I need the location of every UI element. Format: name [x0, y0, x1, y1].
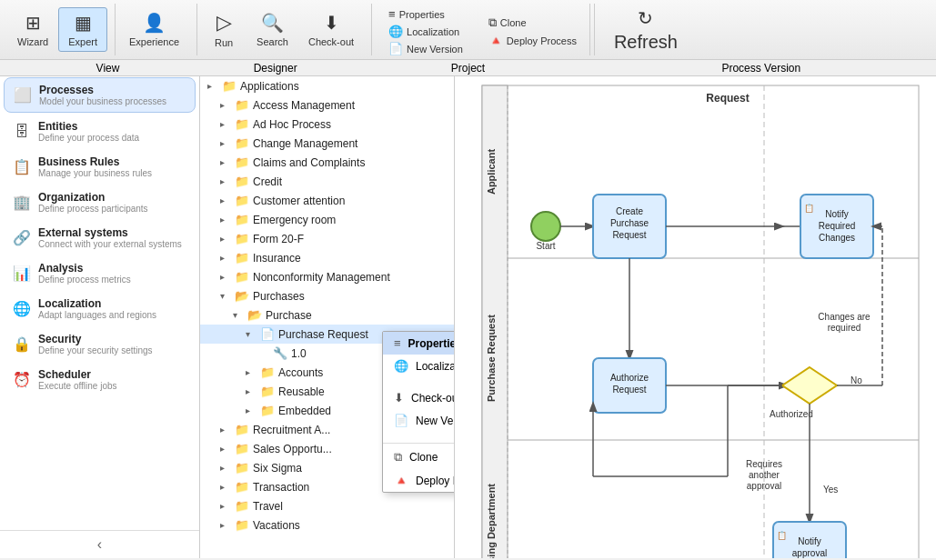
svg-text:No: No — [850, 375, 862, 385]
deploy-button[interactable]: 🔺Deploy Process — [483, 32, 582, 49]
tree-item[interactable]: ▸📁Travel — [200, 496, 454, 515]
tree-expander[interactable]: ▸ — [220, 234, 231, 244]
search-button[interactable]: 🔍 Search — [247, 7, 298, 52]
tree-item-icon: 📁 — [235, 499, 249, 513]
tree-expander[interactable]: ▸ — [220, 253, 231, 263]
context-menu-item[interactable]: 🔺Deploy ProcessCtrl+3 — [383, 469, 455, 492]
sidebar-collapse-button[interactable]: ‹ — [0, 530, 199, 558]
tree-expander[interactable]: ▸ — [246, 386, 257, 396]
tree-item[interactable]: ▸📁Claims and Complaints — [200, 153, 454, 172]
new-version-button[interactable]: 📄New Version — [383, 40, 468, 57]
wizard-button[interactable]: ⊞ Wizard — [7, 7, 58, 52]
tree-expander[interactable]: ▸ — [220, 100, 231, 110]
external-systems-title: External systems — [38, 226, 182, 239]
ctx-item-label: Deploy Process — [416, 475, 455, 487]
context-menu-item[interactable] — [383, 377, 455, 386]
context-menu-item[interactable]: 📄New VersionCtrl+0 — [383, 409, 455, 432]
ctx-item-label: Properties — [408, 337, 455, 350]
tree-expander[interactable]: ▾ — [220, 291, 231, 301]
tree-expander[interactable]: ▾ — [233, 310, 244, 320]
run-button[interactable]: ▷ Run — [201, 6, 247, 53]
tree-item-label: Reusable — [278, 385, 325, 398]
run-icon: ▷ — [216, 11, 232, 35]
expert-button[interactable]: ▦ Expert — [58, 7, 107, 52]
tree-item-icon: 📁 — [235, 232, 249, 245]
tree-item-label: Six Sigma — [253, 462, 302, 475]
sidebar-item-processes[interactable]: ⬜ Processes Model your business processe… — [4, 77, 196, 113]
tree-expander[interactable]: ▸ — [220, 272, 231, 282]
tree-expander[interactable]: ▸ — [220, 215, 231, 225]
tree-item[interactable]: ▸📁Access Management — [200, 95, 454, 115]
tree-expander[interactable]: ▸ — [207, 81, 218, 91]
tree-expander[interactable]: ▸ — [220, 463, 231, 473]
context-menu-item[interactable]: 🌐LocalizationCtrl+L — [383, 355, 455, 377]
canvas-area[interactable]: Applicant Purchase Request Purchasing De… — [455, 76, 936, 558]
checkout-button[interactable]: ⬇ Check-out — [298, 7, 364, 52]
svg-text:approval: approval — [747, 481, 781, 491]
svg-text:Applicant: Applicant — [486, 149, 497, 195]
tree-item-icon: 📁 — [235, 98, 249, 112]
sidebar-item-analysis[interactable]: 📊 Analysis Define process metrics — [4, 256, 196, 290]
tree-expander[interactable]: ▸ — [220, 444, 231, 454]
tree-item-label: Insurance — [253, 252, 301, 265]
sidebar-item-localization[interactable]: 🌐 Localization Adapt languages and regio… — [4, 292, 196, 325]
context-menu-item[interactable]: ⧉CloneCtrl+1 — [383, 445, 455, 469]
tree-item[interactable]: ▾📂Purchases — [200, 286, 454, 305]
refresh-button[interactable]: ↻ Refresh — [604, 3, 688, 57]
context-menu-item[interactable]: ≡PropertiesCtrl+P — [383, 332, 455, 355]
tree-item-label: Purchase Request — [278, 328, 368, 341]
svg-rect-3 — [482, 85, 508, 558]
context-menu-item[interactable] — [383, 432, 455, 441]
tree-expander[interactable]: ▸ — [220, 176, 231, 186]
properties-button[interactable]: ≡Properties — [383, 5, 468, 23]
tree-expander[interactable]: ▸ — [246, 405, 257, 415]
tree-item[interactable]: ▸📁Applications — [200, 76, 454, 95]
entities-icon: 🗄 — [13, 124, 31, 140]
ctx-item-icon: 📄 — [394, 414, 408, 427]
tree-item[interactable]: ▸📁Form 20-F — [200, 229, 454, 248]
processes-subtitle: Model your business processes — [39, 96, 166, 106]
svg-rect-25 — [593, 358, 666, 413]
processes-icon: ⬜ — [14, 86, 32, 104]
tree-item-label: Credit — [253, 175, 282, 188]
ctx-item-label: Clone — [409, 451, 438, 464]
experience-button[interactable]: 👤 Experience — [119, 7, 189, 52]
sidebar-item-security[interactable]: 🔒 Security Define your security settings — [4, 327, 196, 361]
tree-item[interactable]: ▸📁Insurance — [200, 248, 454, 267]
svg-rect-0 — [482, 85, 919, 558]
sidebar-item-entities[interactable]: 🗄 Entities Define your process data — [4, 115, 196, 148]
context-menu-item[interactable]: ⬇Check-outCtrl+O — [383, 386, 455, 409]
sidebar-item-organization[interactable]: 🏢 Organization Define process participan… — [4, 185, 196, 219]
tree-expander[interactable]: ▸ — [220, 157, 231, 167]
tree-expander[interactable]: ▸ — [220, 501, 231, 511]
tree-item-icon: 📁 — [235, 518, 249, 532]
tree-expander[interactable]: ▸ — [220, 195, 231, 205]
tree-item[interactable]: ▸📁Nonconformity Management — [200, 267, 454, 286]
scheduler-title: Scheduler — [38, 368, 117, 381]
tree-expander[interactable]: ▸ — [220, 482, 231, 492]
tree-expander[interactable]: ▸ — [220, 425, 231, 435]
tree-expander[interactable]: ▸ — [220, 520, 231, 530]
sidebar-item-external-systems[interactable]: 🔗 External systems Connect with your ext… — [4, 221, 196, 255]
tree-item[interactable]: ▾📂Purchase — [200, 305, 454, 325]
ctx-item-icon: 🔺 — [394, 474, 408, 487]
svg-text:Changes: Changes — [819, 233, 855, 243]
sidebar-item-business-rules[interactable]: 📋 Business Rules Manage your business ru… — [4, 150, 196, 184]
tree-expander[interactable]: ▸ — [246, 367, 257, 377]
tree-expander[interactable]: ▾ — [246, 329, 257, 339]
tree-item[interactable]: ▸📁Emergency room — [200, 210, 454, 229]
tree-item[interactable]: ▸📁Credit — [200, 172, 454, 191]
refresh-label: Refresh — [614, 32, 678, 53]
clone-button[interactable]: ⧉Clone — [483, 14, 582, 32]
localization-button[interactable]: 🌐Localization — [383, 23, 468, 40]
tree-expander[interactable]: ▸ — [220, 119, 231, 129]
deploy-icon: 🔺 — [488, 34, 503, 47]
tree-item[interactable]: ▸📁Customer attention — [200, 191, 454, 210]
clone-icon: ⧉ — [488, 15, 497, 30]
tree-item[interactable]: ▸📁Vacations — [200, 515, 454, 535]
sidebar-item-scheduler[interactable]: ⏰ Scheduler Execute offline jobs — [4, 363, 196, 396]
tree-expander[interactable]: ▸ — [220, 138, 231, 148]
tree-item-label: Recruitment A... — [253, 424, 330, 436]
tree-item[interactable]: ▸📁Change Management — [200, 134, 454, 153]
tree-item[interactable]: ▸📁Ad Hoc Process — [200, 115, 454, 134]
